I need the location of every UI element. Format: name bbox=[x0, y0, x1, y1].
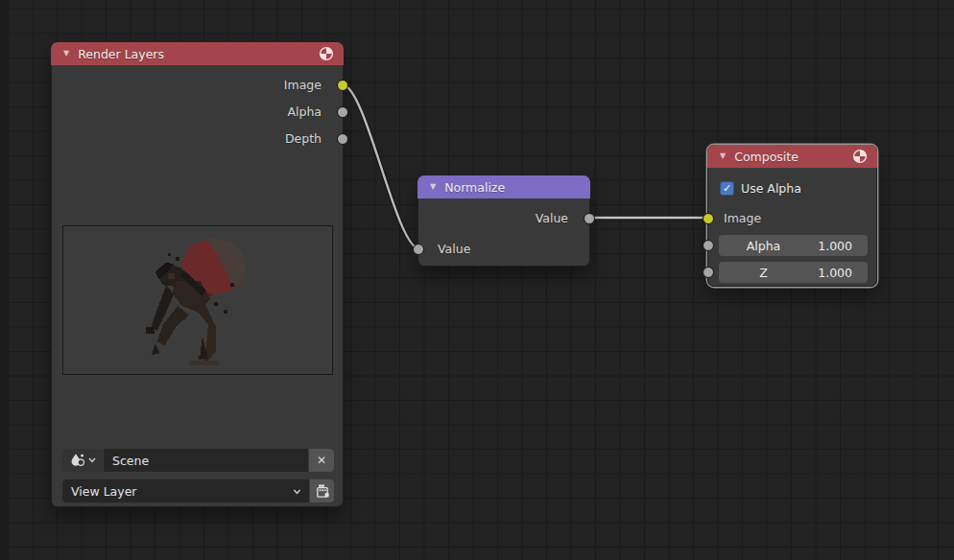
view-layer-row: View Layer bbox=[52, 479, 345, 502]
node-title: Composite bbox=[734, 150, 799, 164]
chevron-down-icon bbox=[88, 457, 96, 463]
link-renderlayers-to-normalize[interactable] bbox=[344, 84, 418, 248]
composite-node[interactable]: ▼ Composite ✓ Use Alpha Image Alpha 1.00… bbox=[707, 145, 877, 287]
view-layer-dropdown[interactable]: View Layer bbox=[62, 479, 309, 502]
use-alpha-checkbox[interactable]: ✓ bbox=[720, 181, 734, 196]
input-label-image: Image bbox=[724, 212, 761, 225]
render-layers-header[interactable]: ▼ Render Layers bbox=[51, 42, 344, 65]
collapse-triangle-icon[interactable]: ▼ bbox=[720, 145, 726, 168]
input-label-value: Value bbox=[438, 243, 553, 256]
socket-output-image[interactable] bbox=[337, 80, 348, 91]
collapse-triangle-icon[interactable]: ▼ bbox=[63, 42, 69, 65]
render-layers-node[interactable]: ▼ Render Layers Image Alpha Depth bbox=[51, 42, 344, 507]
scene-unlink-button[interactable]: ✕ bbox=[309, 449, 334, 472]
socket-input-alpha[interactable] bbox=[703, 240, 714, 251]
collapse-triangle-icon[interactable]: ▼ bbox=[430, 175, 436, 198]
socket-output-alpha[interactable] bbox=[337, 106, 348, 118]
scene-name-field[interactable]: Scene bbox=[104, 449, 308, 472]
alpha-slider-value: 1.000 bbox=[818, 239, 852, 253]
socket-output-depth[interactable] bbox=[337, 133, 348, 145]
socket-input-z[interactable] bbox=[703, 267, 714, 278]
z-slider-label: Z bbox=[719, 266, 808, 280]
normalize-node[interactable]: ▼ Normalize Value Value bbox=[417, 175, 590, 267]
socket-output-value[interactable] bbox=[584, 213, 595, 224]
chevron-down-icon bbox=[293, 489, 301, 495]
composite-header[interactable]: ▼ Composite bbox=[707, 145, 877, 168]
use-alpha-label: Use Alpha bbox=[741, 182, 801, 196]
node-title: Normalize bbox=[444, 180, 505, 195]
preview-character bbox=[63, 226, 332, 374]
output-label-alpha: Alpha bbox=[206, 105, 322, 119]
view-layer-text: View Layer bbox=[62, 484, 137, 499]
view-layer-icon bbox=[315, 483, 330, 499]
output-label-image: Image bbox=[206, 79, 322, 92]
scene-browse-button[interactable] bbox=[62, 449, 103, 472]
scene-icon bbox=[70, 453, 85, 468]
render-preview-image bbox=[62, 225, 333, 375]
render-result-sphere-icon bbox=[852, 149, 868, 164]
close-icon: ✕ bbox=[317, 454, 326, 467]
z-slider-value: 1.000 bbox=[818, 266, 852, 280]
render-result-sphere-icon bbox=[319, 46, 334, 61]
normalize-header[interactable]: ▼ Normalize bbox=[417, 175, 590, 198]
output-label-value: Value bbox=[453, 212, 568, 225]
scene-name-text: Scene bbox=[104, 454, 149, 468]
alpha-slider-label: Alpha bbox=[719, 239, 808, 253]
socket-input-image[interactable] bbox=[703, 213, 714, 224]
output-label-depth: Depth bbox=[206, 132, 322, 146]
alpha-value-slider[interactable]: Alpha 1.000 bbox=[719, 235, 868, 256]
view-layer-icon-button[interactable] bbox=[310, 479, 334, 502]
socket-input-value[interactable] bbox=[413, 244, 424, 255]
node-title: Render Layers bbox=[78, 47, 164, 61]
node-editor-canvas[interactable]: { "canvas": {"bg": "#222222", "grid_line… bbox=[0, 0, 954, 560]
scene-selector-row: Scene ✕ bbox=[52, 449, 345, 472]
z-value-slider[interactable]: Z 1.000 bbox=[719, 262, 868, 283]
